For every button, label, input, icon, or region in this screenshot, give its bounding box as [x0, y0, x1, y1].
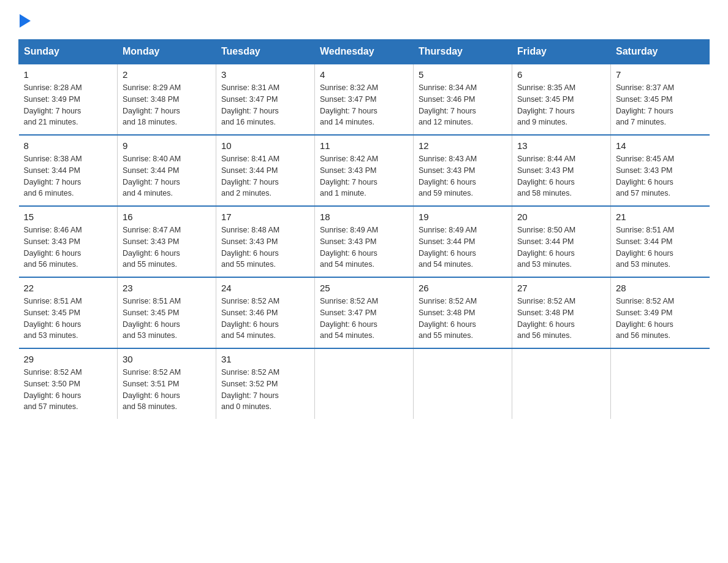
day-info: Sunrise: 8:29 AMSunset: 3:48 PMDaylight:…	[123, 82, 211, 128]
day-number: 12	[419, 140, 507, 151]
day-number: 19	[419, 212, 507, 222]
calendar-cell: 14 Sunrise: 8:45 AMSunset: 3:43 PMDaylig…	[611, 135, 710, 206]
calendar-cell	[512, 348, 611, 419]
week-row-1: 1 Sunrise: 8:28 AMSunset: 3:49 PMDayligh…	[19, 64, 710, 135]
weekday-header-friday: Friday	[512, 40, 611, 64]
weekday-header-wednesday: Wednesday	[315, 40, 414, 64]
day-info: Sunrise: 8:32 AMSunset: 3:47 PMDaylight:…	[320, 82, 408, 128]
calendar-cell: 30 Sunrise: 8:52 AMSunset: 3:51 PMDaylig…	[118, 348, 216, 419]
day-number: 5	[419, 69, 507, 80]
day-number: 14	[616, 140, 705, 151]
calendar-cell: 1 Sunrise: 8:28 AMSunset: 3:49 PMDayligh…	[19, 64, 118, 135]
day-number: 3	[221, 69, 309, 80]
calendar-cell: 11 Sunrise: 8:42 AMSunset: 3:43 PMDaylig…	[315, 135, 414, 206]
day-info: Sunrise: 8:52 AMSunset: 3:48 PMDaylight:…	[517, 296, 605, 342]
day-number: 29	[24, 354, 113, 364]
day-info: Sunrise: 8:46 AMSunset: 3:43 PMDaylight:…	[24, 224, 113, 270]
day-number: 1	[24, 69, 113, 80]
logo-arrow-icon	[20, 14, 31, 28]
calendar-cell: 13 Sunrise: 8:44 AMSunset: 3:43 PMDaylig…	[512, 135, 611, 206]
day-info: Sunrise: 8:51 AMSunset: 3:44 PMDaylight:…	[616, 224, 705, 270]
calendar-cell: 5 Sunrise: 8:34 AMSunset: 3:46 PMDayligh…	[414, 64, 512, 135]
day-info: Sunrise: 8:31 AMSunset: 3:47 PMDaylight:…	[221, 82, 309, 128]
day-info: Sunrise: 8:50 AMSunset: 3:44 PMDaylight:…	[517, 224, 605, 270]
logo-text	[18, 12, 31, 32]
day-number: 13	[517, 140, 605, 151]
calendar-cell: 3 Sunrise: 8:31 AMSunset: 3:47 PMDayligh…	[216, 64, 315, 135]
day-number: 15	[24, 212, 113, 222]
weekday-header-tuesday: Tuesday	[216, 40, 315, 64]
calendar-cell: 26 Sunrise: 8:52 AMSunset: 3:48 PMDaylig…	[414, 277, 512, 348]
day-number: 24	[221, 283, 309, 293]
calendar-cell: 20 Sunrise: 8:50 AMSunset: 3:44 PMDaylig…	[512, 206, 611, 277]
day-info: Sunrise: 8:42 AMSunset: 3:43 PMDaylight:…	[320, 153, 408, 199]
day-number: 27	[517, 283, 605, 293]
calendar-cell	[315, 348, 414, 419]
calendar-cell: 25 Sunrise: 8:52 AMSunset: 3:47 PMDaylig…	[315, 277, 414, 348]
calendar-cell: 12 Sunrise: 8:43 AMSunset: 3:43 PMDaylig…	[414, 135, 512, 206]
week-row-4: 22 Sunrise: 8:51 AMSunset: 3:45 PMDaylig…	[19, 277, 710, 348]
weekday-header-thursday: Thursday	[414, 40, 512, 64]
day-info: Sunrise: 8:51 AMSunset: 3:45 PMDaylight:…	[24, 296, 113, 342]
calendar-cell: 6 Sunrise: 8:35 AMSunset: 3:45 PMDayligh…	[512, 64, 611, 135]
day-info: Sunrise: 8:43 AMSunset: 3:43 PMDaylight:…	[419, 153, 507, 199]
day-info: Sunrise: 8:49 AMSunset: 3:43 PMDaylight:…	[320, 224, 408, 270]
calendar-cell: 7 Sunrise: 8:37 AMSunset: 3:45 PMDayligh…	[611, 64, 710, 135]
day-info: Sunrise: 8:35 AMSunset: 3:45 PMDaylight:…	[517, 82, 605, 128]
calendar-cell: 2 Sunrise: 8:29 AMSunset: 3:48 PMDayligh…	[118, 64, 216, 135]
calendar-cell: 18 Sunrise: 8:49 AMSunset: 3:43 PMDaylig…	[315, 206, 414, 277]
calendar-table: SundayMondayTuesdayWednesdayThursdayFrid…	[18, 39, 710, 419]
calendar-cell: 9 Sunrise: 8:40 AMSunset: 3:44 PMDayligh…	[118, 135, 216, 206]
day-number: 16	[123, 212, 211, 222]
day-info: Sunrise: 8:40 AMSunset: 3:44 PMDaylight:…	[123, 153, 211, 199]
day-info: Sunrise: 8:52 AMSunset: 3:51 PMDaylight:…	[123, 367, 211, 413]
day-info: Sunrise: 8:52 AMSunset: 3:50 PMDaylight:…	[24, 367, 113, 413]
day-number: 11	[320, 140, 408, 151]
day-info: Sunrise: 8:52 AMSunset: 3:47 PMDaylight:…	[320, 296, 408, 342]
day-info: Sunrise: 8:41 AMSunset: 3:44 PMDaylight:…	[221, 153, 309, 199]
day-number: 21	[616, 212, 705, 222]
day-number: 20	[517, 212, 605, 222]
day-number: 7	[616, 69, 705, 80]
day-number: 31	[221, 354, 309, 364]
svg-marker-0	[20, 14, 31, 28]
day-info: Sunrise: 8:37 AMSunset: 3:45 PMDaylight:…	[616, 82, 705, 128]
day-info: Sunrise: 8:48 AMSunset: 3:43 PMDaylight:…	[221, 224, 309, 270]
calendar-cell: 15 Sunrise: 8:46 AMSunset: 3:43 PMDaylig…	[19, 206, 118, 277]
logo	[18, 12, 31, 27]
day-number: 28	[616, 283, 705, 293]
day-number: 9	[123, 140, 211, 151]
calendar-cell: 22 Sunrise: 8:51 AMSunset: 3:45 PMDaylig…	[19, 277, 118, 348]
weekday-header-sunday: Sunday	[19, 40, 118, 64]
day-number: 8	[24, 140, 113, 151]
day-info: Sunrise: 8:52 AMSunset: 3:48 PMDaylight:…	[419, 296, 507, 342]
calendar-cell: 19 Sunrise: 8:49 AMSunset: 3:44 PMDaylig…	[414, 206, 512, 277]
day-info: Sunrise: 8:34 AMSunset: 3:46 PMDaylight:…	[419, 82, 507, 128]
calendar-cell: 23 Sunrise: 8:51 AMSunset: 3:45 PMDaylig…	[118, 277, 216, 348]
day-info: Sunrise: 8:52 AMSunset: 3:49 PMDaylight:…	[616, 296, 705, 342]
weekday-header-saturday: Saturday	[611, 40, 710, 64]
calendar-cell: 17 Sunrise: 8:48 AMSunset: 3:43 PMDaylig…	[216, 206, 315, 277]
weekday-header-row: SundayMondayTuesdayWednesdayThursdayFrid…	[19, 40, 710, 64]
calendar-cell	[414, 348, 512, 419]
day-number: 2	[123, 69, 211, 80]
day-number: 30	[123, 354, 211, 364]
day-number: 4	[320, 69, 408, 80]
day-info: Sunrise: 8:45 AMSunset: 3:43 PMDaylight:…	[616, 153, 705, 199]
calendar-cell: 31 Sunrise: 8:52 AMSunset: 3:52 PMDaylig…	[216, 348, 315, 419]
week-row-3: 15 Sunrise: 8:46 AMSunset: 3:43 PMDaylig…	[19, 206, 710, 277]
day-number: 26	[419, 283, 507, 293]
day-info: Sunrise: 8:44 AMSunset: 3:43 PMDaylight:…	[517, 153, 605, 199]
calendar-cell: 24 Sunrise: 8:52 AMSunset: 3:46 PMDaylig…	[216, 277, 315, 348]
day-number: 18	[320, 212, 408, 222]
page-header	[18, 12, 710, 27]
day-number: 23	[123, 283, 211, 293]
calendar-cell: 28 Sunrise: 8:52 AMSunset: 3:49 PMDaylig…	[611, 277, 710, 348]
calendar-cell: 8 Sunrise: 8:38 AMSunset: 3:44 PMDayligh…	[19, 135, 118, 206]
week-row-2: 8 Sunrise: 8:38 AMSunset: 3:44 PMDayligh…	[19, 135, 710, 206]
calendar-cell: 10 Sunrise: 8:41 AMSunset: 3:44 PMDaylig…	[216, 135, 315, 206]
week-row-5: 29 Sunrise: 8:52 AMSunset: 3:50 PMDaylig…	[19, 348, 710, 419]
day-info: Sunrise: 8:49 AMSunset: 3:44 PMDaylight:…	[419, 224, 507, 270]
calendar-cell	[611, 348, 710, 419]
day-info: Sunrise: 8:52 AMSunset: 3:46 PMDaylight:…	[221, 296, 309, 342]
